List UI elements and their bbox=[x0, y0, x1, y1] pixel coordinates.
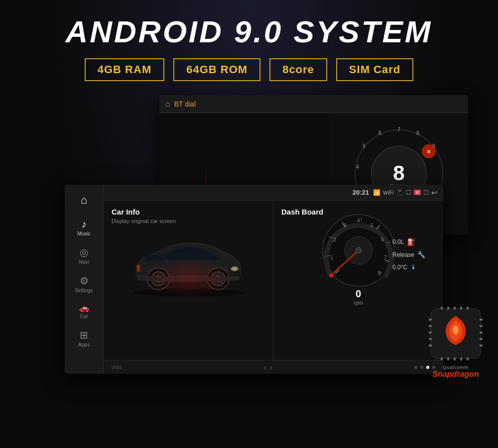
bt-dial-header: ⌂ BT dial bbox=[159, 95, 468, 113]
sidebar-item-apps[interactable]: ⊞ Apps bbox=[65, 325, 103, 351]
badge-rom: 64GB ROM bbox=[173, 58, 260, 81]
svg-text:5: 5 bbox=[363, 143, 366, 149]
gauge-area: 1 2 3 4 5 6 7 8 bbox=[281, 218, 435, 298]
car-icon: 🚗 bbox=[79, 303, 89, 313]
svg-text:5: 5 bbox=[371, 223, 374, 228]
navi-icon: ◎ bbox=[80, 246, 88, 258]
snapdragon-logo bbox=[428, 306, 483, 361]
svg-text:1: 1 bbox=[330, 255, 333, 260]
svg-text:6: 6 bbox=[378, 130, 381, 136]
main-area: 20:21 📶 WiFi 📱 ☐ ✕ ☐ ↩ Car In bbox=[104, 185, 443, 374]
bt-dial-title: BT dial bbox=[174, 100, 196, 108]
prev-arrow[interactable]: ‹ bbox=[264, 363, 266, 371]
apps-icon: ⊞ bbox=[80, 329, 88, 341]
version-text: ybbz bbox=[112, 364, 122, 370]
sidebar-item-car[interactable]: 🚗 Car bbox=[65, 299, 103, 323]
music-icon: ♪ bbox=[82, 219, 87, 230]
svg-text:8: 8 bbox=[393, 161, 404, 185]
svg-rect-65 bbox=[429, 344, 432, 346]
rpm-gauge: 1 2 3 4 5 6 7 8 bbox=[319, 211, 398, 290]
dot-2 bbox=[420, 366, 423, 369]
svg-text:3: 3 bbox=[344, 223, 347, 228]
svg-rect-69 bbox=[480, 338, 483, 340]
svg-rect-73 bbox=[454, 307, 456, 310]
svg-rect-75 bbox=[467, 307, 469, 310]
badge-core: 8core bbox=[269, 58, 327, 81]
main-title: ANDROID 9.0 SYSTEM bbox=[0, 14, 498, 49]
svg-rect-61 bbox=[429, 319, 432, 321]
svg-rect-77 bbox=[447, 357, 449, 360]
svg-rect-68 bbox=[480, 332, 483, 334]
snapdragon-text: Snapdragon bbox=[428, 370, 483, 379]
side-indicators: 0.0L ⛽ Release 🔧 0.0°C 🌡 bbox=[392, 238, 425, 271]
svg-rect-67 bbox=[480, 325, 483, 327]
home-icon-small: ⌂ bbox=[165, 100, 170, 109]
svg-rect-74 bbox=[460, 307, 462, 310]
next-arrow[interactable]: › bbox=[270, 363, 273, 371]
temp-icon: 🌡 bbox=[410, 263, 417, 271]
svg-rect-76 bbox=[441, 357, 443, 360]
signal-icon: WiFi bbox=[383, 190, 394, 196]
svg-text:✕: ✕ bbox=[426, 148, 431, 155]
temp-indicator: 0.0°C 🌡 bbox=[392, 263, 425, 271]
svg-rect-62 bbox=[429, 325, 432, 327]
dot-1 bbox=[414, 366, 417, 369]
status-bar: 20:21 📶 WiFi 📱 ☐ ✕ ☐ ↩ bbox=[104, 185, 443, 201]
title-section: ANDROID 9.0 SYSTEM bbox=[0, 0, 498, 58]
settings-icon: ⚙ bbox=[80, 275, 89, 287]
svg-text:7: 7 bbox=[397, 127, 400, 132]
car-image-area bbox=[112, 229, 265, 304]
svg-text:6: 6 bbox=[381, 237, 384, 242]
sidebar-home[interactable]: ⌂ bbox=[65, 189, 103, 213]
fuel-icon: ⛽ bbox=[407, 238, 415, 246]
svg-rect-70 bbox=[480, 344, 483, 346]
svg-rect-80 bbox=[467, 357, 469, 360]
nav-arrows: ‹ › bbox=[264, 363, 272, 371]
svg-point-59 bbox=[356, 247, 362, 253]
main-content: Car Info Display original car screen bbox=[104, 201, 443, 360]
phone-icon: 📱 bbox=[396, 189, 403, 196]
back-icon: ↩ bbox=[431, 189, 437, 197]
bottom-nav: ybbz ‹ › bbox=[104, 360, 443, 374]
sidebar-item-settings[interactable]: ⚙ Settings bbox=[65, 271, 103, 297]
car-info-screen: ⌂ ♪ Music ◎ Navi ⚙ Settings 🚗 Car bbox=[65, 185, 443, 374]
page-content: ANDROID 9.0 SYSTEM 4GB RAM 64GB ROM 8cor… bbox=[0, 0, 498, 448]
svg-text:2: 2 bbox=[333, 237, 336, 242]
car-glow bbox=[138, 259, 238, 299]
svg-text:8: 8 bbox=[378, 271, 381, 276]
svg-rect-72 bbox=[447, 307, 449, 310]
home-icon: ⌂ bbox=[81, 194, 87, 207]
fuel-indicator: 0.0L ⛽ bbox=[392, 238, 425, 246]
qualcomm-area: Qualcomm Snapdragon bbox=[428, 306, 483, 379]
car-info-subtitle: Display original car screen bbox=[112, 218, 265, 224]
status-icons: 📶 WiFi 📱 ☐ ✕ ☐ ↩ bbox=[373, 189, 437, 197]
svg-rect-79 bbox=[460, 357, 462, 360]
svg-rect-78 bbox=[454, 357, 456, 360]
badge-sim: SIM Card bbox=[336, 58, 413, 81]
svg-rect-64 bbox=[429, 338, 432, 340]
car-info-title: Car Info bbox=[112, 208, 265, 216]
wifi-icon: 📶 bbox=[373, 189, 380, 196]
svg-line-44 bbox=[361, 218, 362, 222]
screens-container: ⌂ BT dial bbox=[0, 90, 498, 389]
release-indicator: Release 🔧 bbox=[392, 251, 425, 258]
engine-icon: 🔧 bbox=[417, 251, 425, 258]
rpm-label: rpm bbox=[319, 300, 398, 306]
svg-text:7: 7 bbox=[384, 255, 387, 260]
svg-text:8: 8 bbox=[416, 130, 419, 136]
window-icon: ☐ bbox=[423, 189, 429, 196]
svg-text:4: 4 bbox=[357, 218, 360, 224]
svg-rect-71 bbox=[441, 307, 443, 310]
qualcomm-brand: Qualcomm bbox=[428, 365, 483, 370]
badge-ram: 4GB RAM bbox=[85, 58, 164, 81]
car-info-panel: Car Info Display original car screen bbox=[104, 201, 273, 360]
close-icon: ✕ bbox=[414, 190, 421, 195]
dashboard-panel: Dash Board bbox=[273, 201, 443, 360]
sidebar: ⌂ ♪ Music ◎ Navi ⚙ Settings 🚗 Car bbox=[65, 185, 104, 374]
sidebar-item-navi[interactable]: ◎ Navi bbox=[65, 242, 103, 269]
svg-rect-63 bbox=[429, 332, 432, 334]
status-time: 20:21 bbox=[353, 189, 369, 196]
sidebar-item-music[interactable]: ♪ Music bbox=[65, 215, 103, 240]
badges-row: 4GB RAM 64GB ROM 8core SIM Card bbox=[0, 58, 498, 81]
square-icon: ☐ bbox=[406, 189, 411, 196]
